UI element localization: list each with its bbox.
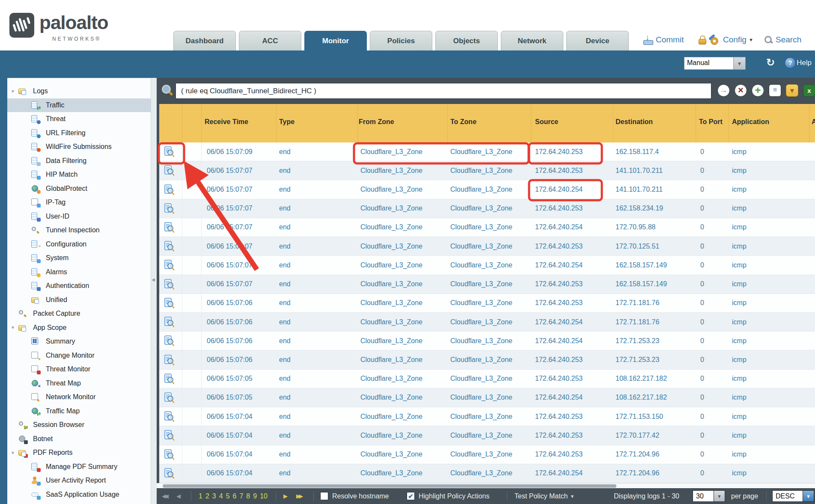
log-cell-time[interactable]: 06/06 15:07:07 (207, 180, 253, 199)
log-cell-source[interactable]: 172.64.240.254 (535, 464, 583, 483)
log-cell-time[interactable]: 06/06 15:07:06 (207, 350, 253, 369)
log-cell-from[interactable]: Cloudflare_L3_Zone (360, 218, 422, 237)
global-search-button[interactable]: Search (764, 33, 801, 47)
log-cell-to_port[interactable]: 0 (700, 161, 704, 180)
log-row[interactable]: 06/06 15:07:07endCloudflare_L3_ZoneCloud… (159, 218, 815, 237)
log-cell-time[interactable]: 06/06 15:07:07 (207, 218, 253, 237)
log-cell-type[interactable]: end (279, 388, 291, 407)
log-cell-destination[interactable]: 172.71.253.23 (616, 332, 659, 350)
log-row[interactable]: 06/06 15:07:07endCloudflare_L3_ZoneCloud… (159, 256, 815, 275)
log-cell-to_port[interactable]: 0 (700, 426, 704, 445)
log-cell-to[interactable]: Cloudflare_L3_Zone (450, 180, 512, 199)
log-cell-from[interactable]: Cloudflare_L3_Zone (360, 275, 422, 294)
horizontal-scrollbar[interactable] (157, 483, 815, 488)
next-page-button[interactable]: ▶ (283, 488, 286, 504)
log-cell-destination[interactable]: 172.70.125.51 (616, 237, 659, 255)
log-cell-source[interactable]: 172.64.240.253 (535, 426, 583, 445)
tab-acc[interactable]: ACC (239, 31, 301, 50)
log-cell-time[interactable]: 06/06 15:07:07 (207, 256, 253, 274)
per-page-dropdown-button[interactable]: ▼ (714, 490, 725, 502)
log-cell-to_port[interactable]: 0 (700, 350, 704, 369)
log-cell-from[interactable]: Cloudflare_L3_Zone (360, 332, 422, 350)
log-cell-application[interactable]: icmp (732, 332, 747, 350)
log-cell-destination[interactable]: 172.71.204.96 (616, 464, 659, 483)
log-cell-source[interactable]: 172.64.240.254 (535, 180, 583, 199)
load-filter-icon[interactable]: ▼ (786, 84, 798, 97)
log-cell-application[interactable]: icmp (732, 180, 747, 199)
log-cell-application[interactable]: icmp (732, 142, 747, 161)
log-cell-to_port[interactable]: 0 (700, 275, 704, 294)
tab-monitor[interactable]: Monitor (304, 31, 367, 50)
sidebar-item-session-browser[interactable]: ⇄Session Browser (7, 418, 151, 432)
log-cell-destination[interactable]: 162.158.157.149 (616, 275, 667, 294)
log-cell-time[interactable]: 06/06 15:07:07 (207, 237, 253, 255)
log-detail-icon[interactable] (164, 237, 174, 255)
sidebar-item-globalprotect[interactable]: GlobalProtect (7, 182, 151, 196)
log-cell-destination[interactable]: 172.71.181.76 (616, 294, 659, 312)
log-cell-source[interactable]: 172.64.240.254 (535, 332, 583, 350)
log-cell-time[interactable]: 06/06 15:07:04 (207, 445, 253, 464)
log-cell-from[interactable]: Cloudflare_L3_Zone (360, 445, 422, 464)
highlight-policy-actions-checkbox[interactable]: ✔ (407, 492, 415, 500)
log-cell-application[interactable]: icmp (732, 370, 747, 388)
log-cell-to[interactable]: Cloudflare_L3_Zone (450, 370, 512, 388)
sidebar-item-data-filtering[interactable]: Data Filtering (7, 154, 151, 168)
horizontal-scrollbar-thumb[interactable] (163, 484, 616, 488)
sidebar-item-configuration[interactable]: *Configuration (7, 237, 151, 252)
column-header-application[interactable]: Application (732, 118, 769, 126)
log-cell-to_port[interactable]: 0 (700, 237, 704, 255)
log-cell-to[interactable]: Cloudflare_L3_Zone (450, 161, 512, 180)
sidebar-item-authentication[interactable]: Authentication (7, 279, 151, 293)
log-cell-type[interactable]: end (279, 350, 291, 369)
log-cell-time[interactable]: 06/06 15:07:09 (207, 142, 253, 161)
log-cell-source[interactable]: 172.64.240.253 (535, 199, 583, 218)
log-cell-source[interactable]: 172.64.240.253 (535, 275, 583, 294)
log-cell-to_port[interactable]: 0 (700, 218, 704, 237)
page-number-7[interactable]: 7 (239, 492, 243, 500)
log-cell-from[interactable]: Cloudflare_L3_Zone (360, 294, 422, 312)
page-number-8[interactable]: 8 (246, 492, 250, 500)
log-cell-time[interactable]: 06/06 15:07:05 (207, 370, 253, 388)
log-cell-type[interactable]: end (279, 275, 291, 294)
column-header-from-zone[interactable]: From Zone (359, 118, 394, 126)
sidebar-item-network-monitor[interactable]: ▲Network Monitor (7, 390, 151, 404)
log-detail-icon[interactable] (164, 218, 174, 237)
clear-filter-icon[interactable]: × (735, 84, 747, 97)
refresh-icon[interactable]: ↻ (766, 56, 775, 68)
log-cell-from[interactable]: Cloudflare_L3_Zone (360, 313, 422, 331)
log-cell-destination[interactable]: 172.70.95.88 (616, 218, 655, 237)
log-row[interactable]: 06/06 15:07:07endCloudflare_L3_ZoneCloud… (159, 237, 815, 256)
log-detail-icon[interactable] (164, 142, 174, 161)
log-cell-to_port[interactable]: 0 (700, 180, 704, 199)
refresh-mode-value[interactable]: Manual (684, 57, 734, 70)
log-cell-destination[interactable]: 172.71.204.96 (616, 445, 659, 464)
log-cell-to[interactable]: Cloudflare_L3_Zone (450, 426, 512, 445)
sidebar-item-threat-map[interactable]: ×Threat Map (7, 377, 151, 391)
log-cell-time[interactable]: 06/06 15:07:06 (207, 294, 253, 312)
per-page-input[interactable]: 30 (693, 490, 714, 502)
column-header-to-port[interactable]: To Port (699, 118, 723, 126)
sidebar-item-threat[interactable]: Threat (7, 112, 151, 126)
log-row[interactable]: 06/06 15:07:07endCloudflare_L3_ZoneCloud… (159, 180, 815, 199)
log-cell-type[interactable]: end (279, 407, 291, 426)
page-number-6[interactable]: 6 (233, 492, 237, 500)
column-header-destination[interactable]: Destination (616, 118, 653, 126)
log-cell-from[interactable]: Cloudflare_L3_Zone (360, 370, 422, 388)
log-cell-to[interactable]: Cloudflare_L3_Zone (450, 294, 512, 312)
last-page-button[interactable]: ▶▶ (296, 488, 301, 504)
log-cell-time[interactable]: 06/06 15:07:05 (207, 388, 253, 407)
sidebar-item-manage-pdf-summary[interactable]: Manage PDF Summary (7, 460, 151, 474)
log-filter-input[interactable] (175, 83, 711, 99)
log-cell-application[interactable]: icmp (732, 426, 747, 445)
tab-network[interactable]: Network (501, 31, 563, 50)
log-cell-to_port[interactable]: 0 (700, 407, 704, 426)
log-cell-destination[interactable]: 108.162.217.182 (616, 388, 667, 407)
sidebar-item-summary[interactable]: Summary (7, 335, 151, 349)
log-detail-icon[interactable] (164, 426, 174, 445)
log-cell-application[interactable]: icmp (732, 218, 747, 237)
log-row[interactable]: 06/06 15:07:04endCloudflare_L3_ZoneCloud… (159, 464, 815, 483)
page-number-9[interactable]: 9 (253, 492, 257, 500)
log-cell-to_port[interactable]: 0 (700, 332, 704, 350)
tree-expander-icon[interactable]: ▼ (10, 325, 16, 330)
log-cell-type[interactable]: end (279, 161, 291, 180)
